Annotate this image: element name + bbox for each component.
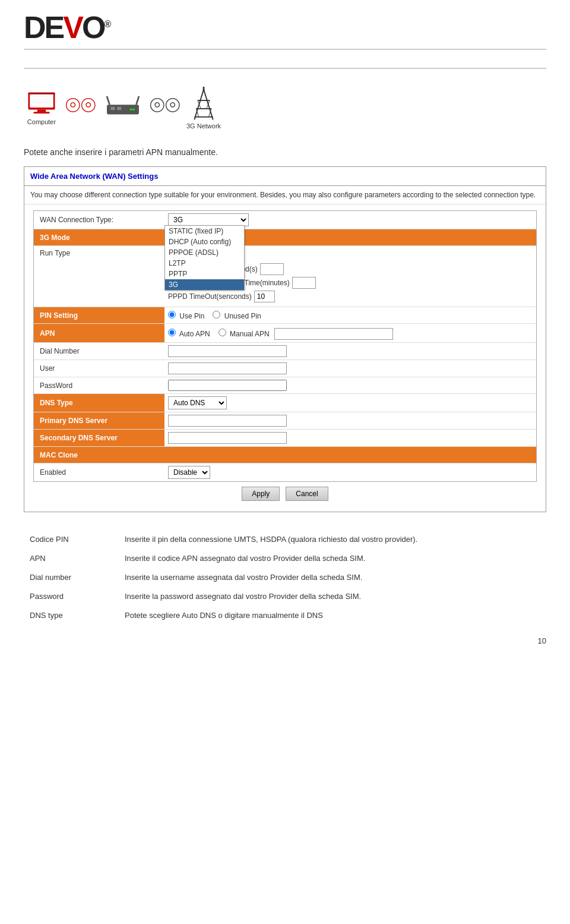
info-definition: Inserite la password assegnato dal vostr…	[119, 587, 546, 606]
info-table-row: PasswordInserite la password assegnato d…	[24, 587, 546, 606]
network-diagram: Computer ⦾⦾ ⦾⦾	[24, 81, 546, 135]
wan-connection-type-label: WAN Connection Type:	[34, 213, 164, 227]
svg-rect-4	[34, 112, 50, 113]
dropdown-item-3g[interactable]: 3G	[165, 279, 244, 290]
info-table-row: Codice PINInserite il pin della connessi…	[24, 530, 546, 549]
pppd-timeout-input[interactable]	[254, 291, 275, 302]
wan-connection-type-value: 3G STATIC (fixed IP) DHCP (Auto config) …	[164, 211, 536, 229]
user-input[interactable]	[168, 362, 287, 374]
dns-type-row: DNS Type Auto DNS Manual DNS	[34, 394, 536, 412]
password-row: PassWord	[34, 377, 536, 394]
primary-dns-value	[164, 412, 536, 429]
router-diagram-item	[102, 95, 144, 122]
dns-type-label: DNS Type	[34, 394, 164, 412]
secondary-dns-value	[164, 430, 536, 446]
dial-number-input[interactable]	[168, 345, 287, 357]
wan-description: You may choose different connection type…	[24, 186, 546, 204]
auto-apn-radio[interactable]	[168, 329, 176, 336]
enabled-row: Enabled Disable Enable	[34, 463, 536, 481]
computer-svg	[24, 92, 59, 118]
dns-type-select[interactable]: Auto DNS Manual DNS	[168, 396, 227, 409]
info-term: APN	[24, 549, 119, 568]
wifi-left: ⦾⦾	[65, 94, 96, 116]
logo-v: V	[63, 10, 82, 45]
svg-line-10	[107, 96, 110, 104]
mac-clone-row: MAC Clone	[34, 447, 536, 463]
wan-settings-box: Wide Area Network (WAN) Settings You may…	[24, 166, 546, 512]
pppd-timeout-label: PPPD TimeOut(senconds)	[168, 292, 252, 301]
user-label: User	[34, 360, 164, 377]
user-row: User	[34, 360, 536, 377]
secondary-dns-input[interactable]	[168, 432, 287, 444]
logo-o: O	[82, 10, 104, 45]
secondary-dns-row: Secondary DNS Server	[34, 430, 536, 447]
dns-type-value: Auto DNS Manual DNS	[164, 394, 536, 412]
run-type-label: Run Type	[34, 246, 164, 260]
unused-pin-label[interactable]: Unused Pin	[213, 311, 261, 320]
secondary-dns-label: Secondary DNS Server	[34, 430, 164, 446]
button-row: Apply Cancel	[33, 482, 537, 506]
info-term: Dial number	[24, 568, 119, 587]
dial-number-value	[164, 343, 536, 359]
svg-rect-6	[30, 97, 53, 99]
primary-dns-input[interactable]	[168, 415, 287, 427]
info-definition: Inserite il pin della connessione UMTS, …	[119, 530, 546, 549]
use-pin-label[interactable]: Use Pin	[168, 311, 204, 320]
svg-line-11	[137, 96, 140, 104]
unused-pin-radio[interactable]	[213, 311, 220, 318]
auto-apn-label[interactable]: Auto APN	[168, 329, 210, 338]
password-input[interactable]	[168, 380, 287, 391]
pin-setting-value: Use Pin Unused Pin	[164, 307, 536, 323]
dropdown-item-dhcp[interactable]: DHCP (Auto config)	[165, 236, 244, 247]
computer-label: Computer	[27, 118, 56, 125]
on-demand-input[interactable]	[292, 277, 316, 289]
auto-mode-input[interactable]	[260, 263, 284, 275]
dropdown-item-pptp[interactable]: PPTP	[165, 269, 244, 279]
apn-input[interactable]	[274, 328, 393, 340]
logo: DEVO®	[24, 12, 109, 43]
router-svg	[102, 95, 144, 122]
info-table-row: APNInserite il codice APN assegnato dal …	[24, 549, 546, 568]
info-term: Password	[24, 587, 119, 606]
enabled-select[interactable]: Disable Enable	[168, 466, 210, 479]
intro-text: Potete anche inserire i parametri APN ma…	[24, 147, 546, 157]
svg-rect-7	[30, 100, 53, 101]
dropdown-item-pppoe[interactable]: PPPOE (ADSL)	[165, 247, 244, 258]
pin-setting-label: PIN Setting	[34, 307, 164, 323]
info-table: Codice PINInserite il pin della connessi…	[24, 530, 546, 625]
pppd-timeout-row: PPPD TimeOut(senconds)	[168, 291, 533, 302]
info-table-row: DNS typePotete scegliere Auto DNS o digi…	[24, 606, 546, 625]
svg-rect-2	[28, 92, 55, 94]
apn-row: APN Auto APN Manual APN	[34, 324, 536, 343]
info-term: Codice PIN	[24, 530, 119, 549]
svg-rect-5	[30, 96, 53, 97]
apply-button[interactable]: Apply	[242, 487, 280, 501]
info-definition: Inserite il codice APN assegnato dal vos…	[119, 549, 546, 568]
enabled-label: Enabled	[34, 463, 164, 481]
primary-dns-row: Primary DNS Server	[34, 412, 536, 430]
run-type-row: Run Type Keep Alive Auto Mode: Redial Pe…	[34, 246, 536, 307]
dial-number-row: Dial Number	[34, 343, 536, 360]
tower-svg	[188, 87, 220, 122]
wan-type-dropdown: STATIC (fixed IP) DHCP (Auto config) PPP…	[164, 225, 245, 291]
header: DEVO®	[24, 12, 546, 69]
manual-apn-radio[interactable]	[218, 329, 226, 336]
svg-point-14	[130, 108, 132, 111]
pin-setting-row: PIN Setting Use Pin Unused Pin	[34, 307, 536, 324]
manual-apn-label[interactable]: Manual APN	[218, 329, 270, 338]
dropdown-item-static[interactable]: STATIC (fixed IP)	[165, 226, 244, 236]
page-number-value: 10	[538, 636, 546, 645]
cancel-button[interactable]: Cancel	[286, 487, 328, 501]
dropdown-item-l2tp[interactable]: L2TP	[165, 258, 244, 269]
svg-rect-8	[30, 102, 53, 103]
password-value	[164, 377, 536, 393]
svg-rect-13	[117, 106, 121, 109]
info-table-row: Dial numberInserite la username assegnat…	[24, 568, 546, 587]
wan-title: Wide Area Network (WAN) Settings	[24, 167, 546, 186]
use-pin-radio[interactable]	[168, 311, 176, 318]
primary-dns-label: Primary DNS Server	[34, 412, 164, 429]
apn-label: APN	[34, 324, 164, 342]
wan-type-select[interactable]: 3G STATIC (fixed IP) DHCP (Auto config) …	[168, 213, 249, 226]
svg-rect-3	[37, 109, 46, 112]
dial-number-label: Dial Number	[34, 343, 164, 359]
